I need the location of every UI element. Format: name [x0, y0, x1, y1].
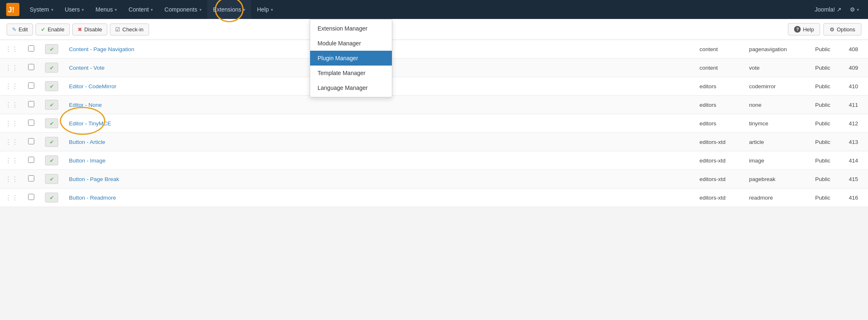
access-cell: Public [810, 133, 843, 151]
settings-caret: ▾ [857, 7, 859, 12]
item-link[interactable]: Button - Page Break [69, 176, 119, 182]
element-cell: pagebreak [744, 170, 810, 188]
nav-content[interactable]: Content ▾ [123, 0, 159, 19]
caret-icon: ▾ [151, 7, 153, 12]
drag-handle[interactable]: ⋮⋮ [0, 114, 23, 133]
row-checkbox[interactable] [28, 120, 34, 126]
help-icon: ? [794, 26, 801, 33]
drag-handle[interactable]: ⋮⋮ [0, 40, 23, 59]
item-link[interactable]: Content - Vote [69, 65, 104, 71]
item-link[interactable]: Content - Page Navigation [69, 46, 134, 52]
status-cell: ✔ [39, 151, 64, 170]
nav-menus[interactable]: Menus ▾ [90, 0, 123, 19]
enable-button[interactable]: ✔ Enable [36, 24, 69, 35]
status-badge[interactable]: ✔ [45, 174, 58, 184]
options-icon: ⚙ [830, 26, 835, 33]
status-badge[interactable]: ✔ [45, 155, 58, 165]
status-badge[interactable]: ✔ [45, 193, 58, 202]
id-cell: 410 [843, 77, 868, 96]
status-badge[interactable]: ✔ [45, 137, 58, 147]
type-cell: content [695, 40, 744, 59]
plugin-manager-item[interactable]: Plugin Manager [310, 51, 392, 66]
row-checkbox-cell [23, 77, 39, 96]
access-cell: Public [810, 40, 843, 59]
options-button[interactable]: ⚙ Options [823, 23, 861, 35]
drag-handle[interactable]: ⋮⋮ [0, 59, 23, 77]
tpl-manager-item[interactable]: Template Manager [310, 66, 392, 80]
table-row: ⋮⋮ ✔ Button - Image editors-xtd image [0, 151, 868, 170]
status-badge[interactable]: ✔ [45, 100, 58, 110]
id-cell: 415 [843, 170, 868, 188]
row-checkbox-cell [23, 40, 39, 59]
settings-icon[interactable]: ⚙ ▾ [846, 0, 863, 19]
nav-items: System ▾ Users ▾ Menus ▾ Content ▾ Compo… [24, 0, 811, 19]
nav-system[interactable]: System ▾ [24, 0, 59, 19]
table-row: ⋮⋮ ✔ Editor - CodeMirror editors codemir… [0, 77, 868, 96]
disable-button[interactable]: ✖ Disable [72, 24, 107, 35]
brand-logo[interactable]: J! [5, 2, 21, 17]
edit-button[interactable]: ✎ Edit [7, 24, 33, 35]
drag-handle[interactable]: ⋮⋮ [0, 77, 23, 96]
name-cell: Editor - None [64, 96, 695, 114]
drag-handle[interactable]: ⋮⋮ [0, 151, 23, 170]
item-link[interactable]: Editor - TinyMCE [69, 120, 111, 127]
access-cell: Public [810, 188, 843, 207]
type-cell: editors [695, 114, 744, 133]
status-cell: ✔ [39, 59, 64, 77]
access-cell: Public [810, 151, 843, 170]
id-cell: 411 [843, 96, 868, 114]
ext-manager-item[interactable]: Extension Manager [310, 21, 392, 36]
row-checkbox-cell [23, 188, 39, 207]
checkin-icon: ☑ [115, 26, 120, 33]
table-row: ⋮⋮ ✔ Button - Article editors-xtd articl… [0, 133, 868, 151]
joomla-link[interactable]: Joomla! ↗ [811, 0, 846, 19]
type-cell: editors [695, 77, 744, 96]
row-checkbox[interactable] [28, 175, 34, 181]
element-cell: image [744, 151, 810, 170]
row-checkbox[interactable] [28, 138, 34, 144]
nav-help[interactable]: Help ▾ [251, 0, 279, 19]
drag-handle[interactable]: ⋮⋮ [0, 188, 23, 207]
nav-users[interactable]: Users ▾ [59, 0, 90, 19]
item-link[interactable]: Editor - CodeMirror [69, 83, 116, 89]
lang-manager-item[interactable]: Language Manager [310, 80, 392, 95]
nav-extensions[interactable]: Extensions ▾ [207, 0, 251, 19]
element-cell: pagenavigation [744, 40, 810, 59]
row-checkbox[interactable] [28, 194, 34, 200]
nav-components[interactable]: Components ▾ [159, 0, 207, 19]
type-cell: editors-xtd [695, 133, 744, 151]
item-link[interactable]: Button - Readmore [69, 195, 116, 201]
table-row: ⋮⋮ ✔ Button - Readmore editors-xtd readm… [0, 188, 868, 207]
status-badge[interactable]: ✔ [45, 81, 58, 91]
item-link[interactable]: Button - Article [69, 139, 105, 145]
row-checkbox[interactable] [28, 101, 34, 107]
table-row: ⋮⋮ ✔ Content - Page Navigation content p… [0, 40, 868, 59]
status-badge[interactable]: ✔ [45, 44, 58, 54]
status-cell: ✔ [39, 188, 64, 207]
id-cell: 416 [843, 188, 868, 207]
name-cell: Button - Page Break [64, 170, 695, 188]
drag-handle[interactable]: ⋮⋮ [0, 133, 23, 151]
row-checkbox-cell [23, 96, 39, 114]
type-cell: editors [695, 96, 744, 114]
item-link[interactable]: Button - Image [69, 158, 106, 164]
checkin-button[interactable]: ☑ Check-in [110, 24, 149, 35]
row-checkbox[interactable] [28, 82, 34, 89]
drag-handle[interactable]: ⋮⋮ [0, 170, 23, 188]
status-badge[interactable]: ✔ [45, 63, 58, 73]
access-cell: Public [810, 114, 843, 133]
help-button[interactable]: ? Help [788, 23, 820, 35]
access-cell: Public [810, 77, 843, 96]
element-cell: vote [744, 59, 810, 77]
drag-handle[interactable]: ⋮⋮ [0, 96, 23, 114]
mod-manager-item[interactable]: Module Manager [310, 36, 392, 51]
status-badge[interactable]: ✔ [45, 118, 58, 128]
row-checkbox[interactable] [28, 64, 34, 70]
row-checkbox-cell [23, 151, 39, 170]
item-link[interactable]: Editor - None [69, 102, 102, 108]
status-cell: ✔ [39, 96, 64, 114]
disable-icon: ✖ [78, 26, 82, 33]
name-cell: Button - Article [64, 133, 695, 151]
row-checkbox[interactable] [28, 157, 34, 163]
row-checkbox[interactable] [28, 45, 34, 52]
